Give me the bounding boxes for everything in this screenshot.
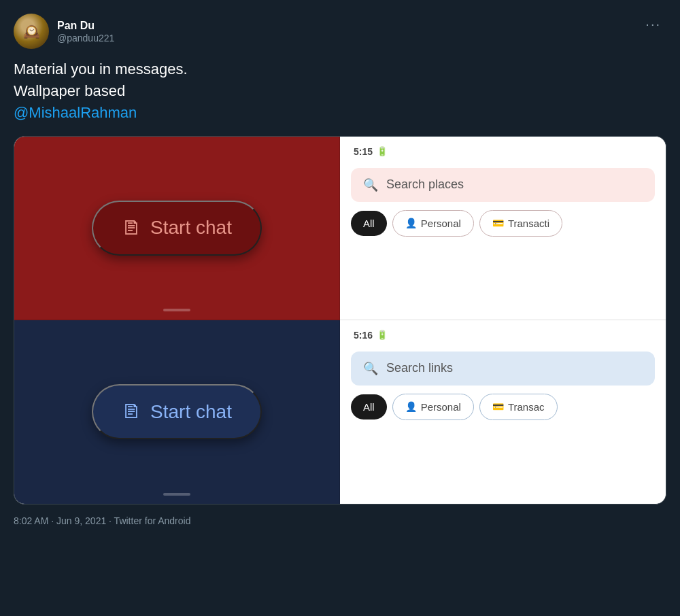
more-options-icon[interactable]: ···	[640, 14, 666, 35]
filter-chips-bottom: All 👤 Personal 💳 Transac	[340, 394, 666, 431]
battery-icon-bottom: 🔋	[377, 330, 388, 340]
person-icon-bottom: 👤	[405, 401, 417, 412]
battery-icon-top: 🔋	[377, 146, 388, 156]
panel-bottom-right: 5:16 🔋 🔍 Search links All 👤 Personal 💳 T…	[340, 320, 666, 504]
status-bar-bottom: 5:16 🔋	[340, 320, 666, 346]
chip-transaction-top-label: Transacti	[508, 218, 549, 229]
card-icon-top: 💳	[492, 218, 504, 228]
time-top: 5:15	[354, 146, 373, 157]
display-name: Pan Du	[57, 19, 114, 33]
tweet-header: 🕰️ Pan Du @panduu221 ···	[14, 14, 666, 49]
start-chat-label-navy: Start chat	[150, 401, 232, 423]
tweet-user: 🕰️ Pan Du @panduu221	[14, 14, 114, 49]
start-chat-label-red: Start chat	[150, 217, 232, 239]
search-placeholder-bottom: Search links	[386, 361, 453, 375]
chip-transaction-bottom[interactable]: 💳 Transac	[479, 394, 558, 420]
chip-personal-top-label: Personal	[421, 218, 461, 229]
chip-transaction-top[interactable]: 💳 Transacti	[479, 210, 562, 237]
search-icon-bottom: 🔍	[363, 361, 378, 376]
chat-icon-navy: 🖹	[122, 400, 141, 423]
chip-personal-bottom[interactable]: 👤 Personal	[392, 394, 474, 420]
start-chat-button-navy[interactable]: 🖹 Start chat	[92, 384, 262, 439]
tweet-text-line2: Wallpaper based	[14, 82, 125, 99]
user-info: Pan Du @panduu221	[57, 19, 114, 44]
chip-personal-bottom-label: Personal	[421, 401, 461, 413]
avatar: 🕰️	[14, 14, 49, 49]
avatar-icon: 🕰️	[14, 14, 49, 49]
tweet-timestamp: 8:02 AM · Jun 9, 2021 · Twitter for Andr…	[14, 515, 190, 526]
tweet-mention[interactable]: @MishaalRahman	[14, 104, 137, 121]
chip-personal-top[interactable]: 👤 Personal	[392, 210, 474, 237]
panel-bottom-left: 🖹 Start chat	[14, 320, 340, 504]
person-icon-top: 👤	[405, 218, 417, 228]
chip-all-bottom-label: All	[363, 401, 375, 413]
chip-transaction-bottom-label: Transac	[508, 401, 545, 413]
chat-icon-red: 🖹	[122, 217, 141, 239]
tweet-footer: 8:02 AM · Jun 9, 2021 · Twitter for Andr…	[14, 515, 666, 540]
screenshot-grid: 🖹 Start chat 5:15 🔋 🔍 Search places All …	[14, 136, 666, 504]
panel-top-right: 5:15 🔋 🔍 Search places All 👤 Personal 💳 …	[340, 137, 666, 320]
search-bar-bottom[interactable]: 🔍 Search links	[351, 352, 655, 386]
card-icon-bottom: 💳	[492, 401, 504, 412]
tweet-body: Material you in messages. Wallpaper base…	[14, 58, 666, 124]
start-chat-button-red[interactable]: 🖹 Start chat	[92, 201, 262, 256]
scroll-indicator-top	[163, 309, 190, 311]
panel-top-left: 🖹 Start chat	[14, 137, 340, 320]
username: @panduu221	[57, 33, 114, 44]
scroll-indicator-bottom	[163, 493, 190, 496]
search-placeholder-top: Search places	[386, 177, 464, 192]
search-bar-top[interactable]: 🔍 Search places	[351, 168, 655, 202]
chip-all-top-label: All	[363, 218, 375, 229]
status-bar-top: 5:15 🔋	[340, 137, 666, 162]
filter-chips-top: All 👤 Personal 💳 Transacti	[340, 210, 666, 247]
chip-all-bottom[interactable]: All	[351, 394, 387, 420]
time-bottom: 5:16	[354, 330, 373, 341]
tweet-text-line1: Material you in messages.	[14, 61, 188, 78]
chip-all-top[interactable]: All	[351, 211, 387, 236]
search-icon-top: 🔍	[363, 177, 378, 192]
